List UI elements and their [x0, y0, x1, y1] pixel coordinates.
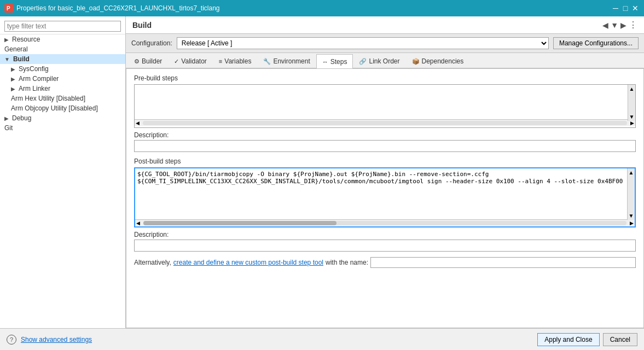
sidebar-label: SysConfig: [19, 65, 49, 73]
post-build-container: ▲ ▼ ◀ ▶: [134, 167, 636, 228]
sidebar-item-build[interactable]: ▼ Build: [0, 54, 125, 64]
arrow-icon: ▶: [4, 115, 9, 121]
pre-build-container: ▲ ▼ ◀ ▶: [134, 84, 636, 128]
tab-validator[interactable]: ✓ Validator: [168, 54, 212, 68]
content-area: ▶ Resource General ▼ Build ▶ SysConfig ▶…: [0, 16, 644, 328]
tab-steps[interactable]: ↔ Steps: [316, 54, 353, 68]
alt-name-input[interactable]: [370, 257, 636, 268]
minimize-button[interactable]: ─: [611, 4, 620, 13]
sidebar-item-general[interactable]: General: [0, 44, 125, 54]
steps-panel-content: Pre-build steps ▲ ▼ ◀ ▶ Description:: [126, 68, 644, 328]
sidebar: ▶ Resource General ▼ Build ▶ SysConfig ▶…: [0, 16, 126, 328]
manage-configurations-button[interactable]: Manage Configurations...: [553, 37, 639, 49]
show-advanced-link[interactable]: Show advanced settings: [21, 336, 92, 343]
arrow-icon: ▶: [11, 86, 15, 92]
sidebar-label: Arm Hex Utility [Disabled]: [11, 95, 85, 102]
scroll-left-icon[interactable]: ◀: [136, 120, 140, 126]
sidebar-item-armlinker[interactable]: ▶ Arm Linker: [0, 84, 125, 94]
scrollbar-up-icon[interactable]: ▲: [629, 86, 635, 92]
scroll-right-icon[interactable]: ▶: [630, 120, 634, 126]
filter-input[interactable]: [4, 21, 121, 32]
dependencies-tab-icon: 📦: [412, 58, 420, 65]
alt-link[interactable]: create and define a new custom post-buil…: [173, 259, 323, 266]
tab-environment[interactable]: 🔧 Environment: [257, 54, 316, 68]
scroll-right-icon[interactable]: ▶: [630, 220, 634, 226]
config-select[interactable]: Release [ Active ]: [177, 37, 549, 49]
sidebar-item-armobjcopy[interactable]: Arm Objcopy Utility [Disabled]: [0, 103, 125, 113]
tab-builder[interactable]: ⚙ Builder: [128, 54, 168, 68]
variables-tab-icon: ≡: [219, 58, 222, 65]
header-icons: ◀ ▼ ▶ ⋮: [602, 20, 637, 30]
post-build-desc-input[interactable]: [134, 240, 636, 252]
scroll-left-icon[interactable]: ◀: [136, 220, 140, 226]
bottom-left: ? Show advanced settings: [7, 335, 92, 345]
cancel-button[interactable]: Cancel: [603, 333, 637, 346]
window-title: Properties for basic_ble_oad_CC26X2R1_LA…: [16, 4, 220, 12]
panel-header: Build ◀ ▼ ▶ ⋮: [126, 16, 644, 34]
tab-label: Builder: [142, 57, 162, 65]
sidebar-item-git[interactable]: Git: [0, 123, 125, 133]
alt-text1: Alternatively,: [134, 259, 171, 266]
forward-icon[interactable]: ▶: [620, 21, 626, 30]
sidebar-label: Arm Linker: [19, 85, 50, 92]
tab-label: Link Order: [369, 57, 399, 65]
dropdown-icon[interactable]: ▼: [611, 21, 618, 30]
sidebar-item-armhex[interactable]: Arm Hex Utility [Disabled]: [0, 94, 125, 103]
panel-title: Build: [132, 21, 152, 30]
tabs-bar: ⚙ Builder ✓ Validator ≡ Variables 🔧 Envi…: [126, 53, 644, 68]
post-build-textarea[interactable]: [135, 168, 627, 218]
more-icon[interactable]: ⋮: [629, 20, 637, 30]
scrollbar-track: [143, 221, 626, 225]
tab-label: Steps: [330, 58, 347, 66]
sidebar-item-sysconfig[interactable]: ▶ SysConfig: [0, 64, 125, 74]
pre-build-scrollbar-x[interactable]: ◀ ▶: [135, 119, 635, 126]
close-button[interactable]: ✕: [631, 4, 640, 13]
tab-variables[interactable]: ≡ Variables: [213, 54, 258, 68]
tab-label: Dependencies: [422, 57, 464, 65]
steps-tab-icon: ↔: [322, 59, 328, 65]
bottom-bar: ? Show advanced settings Apply and Close…: [0, 328, 644, 350]
tab-linkorder[interactable]: 🔗 Link Order: [353, 54, 405, 68]
sidebar-label: Resource: [12, 36, 40, 43]
tab-label: Validator: [181, 57, 206, 65]
help-button[interactable]: ?: [7, 335, 16, 345]
title-bar: P Properties for basic_ble_oad_CC26X2R1_…: [0, 0, 644, 16]
arrow-icon: ▶: [11, 76, 15, 82]
alt-text2: with the name:: [326, 259, 368, 266]
alt-section: Alternatively, create and define a new c…: [134, 257, 636, 268]
title-bar-left: P Properties for basic_ble_oad_CC26X2R1_…: [4, 4, 220, 13]
config-label: Configuration:: [131, 39, 172, 47]
sidebar-item-debug[interactable]: ▶ Debug: [0, 113, 125, 123]
linkorder-tab-icon: 🔗: [359, 58, 367, 65]
pre-build-desc-input[interactable]: [134, 140, 636, 152]
tab-dependencies[interactable]: 📦 Dependencies: [406, 54, 470, 68]
sidebar-item-resource[interactable]: ▶ Resource: [0, 34, 125, 44]
sidebar-item-armcompiler[interactable]: ▶ Arm Compiler: [0, 74, 125, 84]
sidebar-label: Arm Compiler: [19, 75, 59, 83]
arrow-icon: ▼: [4, 56, 10, 62]
arrow-icon: ▶: [11, 66, 15, 72]
maximize-button[interactable]: □: [621, 4, 630, 13]
builder-tab-icon: ⚙: [134, 58, 140, 65]
right-panel: Build ◀ ▼ ▶ ⋮ Configuration: Release [ A…: [126, 16, 644, 328]
post-build-desc-label: Description:: [134, 231, 636, 238]
scrollbar-track: [143, 121, 627, 125]
pre-build-desc-label: Description:: [134, 131, 636, 139]
tab-label: Environment: [273, 57, 310, 65]
window-controls[interactable]: ─ □ ✕: [611, 4, 640, 13]
tab-label: Variables: [224, 57, 251, 65]
sidebar-label: Build: [13, 55, 30, 63]
environment-tab-icon: 🔧: [263, 58, 271, 65]
app-icon: P: [4, 4, 13, 13]
post-build-scrollbar-x[interactable]: ◀ ▶: [135, 219, 635, 226]
bottom-right: Apply and Close Cancel: [537, 333, 637, 346]
scrollbar-thumb: [143, 221, 336, 225]
apply-and-close-button[interactable]: Apply and Close: [537, 333, 599, 346]
pre-build-textarea[interactable]: [135, 85, 635, 118]
post-scrollbar-down-icon[interactable]: ▼: [629, 213, 634, 219]
back-icon[interactable]: ◀: [602, 21, 608, 30]
main-container: ▶ Resource General ▼ Build ▶ SysConfig ▶…: [0, 16, 644, 350]
config-bar: Configuration: Release [ Active ] Manage…: [126, 34, 644, 53]
post-scrollbar-up-icon[interactable]: ▲: [629, 170, 634, 176]
scrollbar-down-icon[interactable]: ▼: [629, 114, 635, 120]
